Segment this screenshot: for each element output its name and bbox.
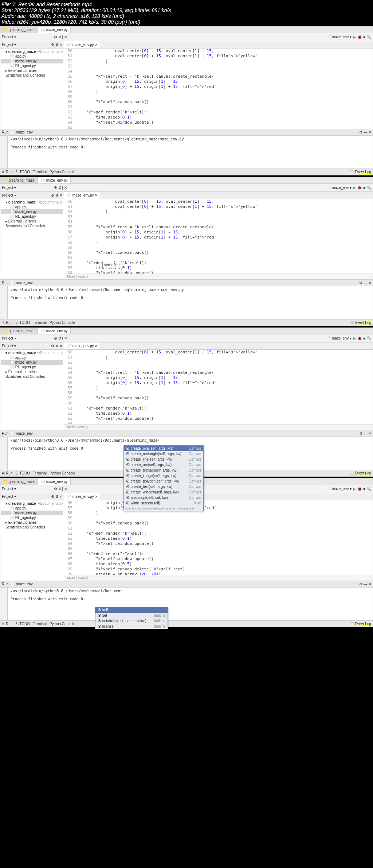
editor-pane[interactable]: 📄 maze_env.py ✕ 565758596061626364656667…: [64, 493, 373, 581]
tree-file[interactable]: 📄 RL_agent.py: [1, 515, 63, 520]
editor-tab[interactable]: 📄 maze_env.py ✕: [64, 192, 101, 199]
run-tool-header[interactable]: Run: 📄 maze_env ⚙ — ✕: [0, 581, 373, 588]
run-side-toolbar[interactable]: [0, 588, 8, 620]
console-output[interactable]: /usr/local/bin/python3.6 /Users/mmohamma…: [8, 588, 373, 620]
search-button[interactable]: 🔍: [367, 186, 371, 190]
autocomplete-item[interactable]: ⦿ self: [95, 607, 168, 613]
gutter[interactable]: 5051525354555657585960616263646566676869…: [64, 49, 75, 129]
autocomplete-item[interactable]: ⦿ create_arc(self, args, kw)Canvas: [124, 462, 203, 468]
stop-button[interactable]: ■: [363, 186, 365, 190]
editor-pane[interactable]: 📄 maze_env.py ✕ 505152535455565758596061…: [64, 41, 373, 129]
editor-tab[interactable]: 📄 maze_env.py ✕: [64, 493, 101, 500]
status-tab[interactable]: Python Console: [50, 170, 75, 174]
tree-file[interactable]: 📄 app.py: [1, 506, 63, 511]
project-tab[interactable]: 📁 qlearning_maze: [0, 27, 38, 33]
tree-scratches[interactable]: Scratches and Consoles: [1, 73, 63, 78]
autocomplete-item[interactable]: ⦿ licensebuiltins: [95, 624, 168, 629]
debug-button[interactable]: 🐞: [357, 336, 362, 340]
status-tab[interactable]: Terminal: [33, 321, 47, 325]
search-button[interactable]: 🔍: [367, 35, 371, 39]
autocomplete-item[interactable]: ⦿ setattr(object, name, value)builtins: [95, 618, 168, 624]
gutter[interactable]: 5657585960616263646566676869707172737475…: [64, 500, 75, 575]
tree-file-active[interactable]: 📄 maze_env.py: [1, 59, 63, 63]
tree-file[interactable]: 📄 RL_agent.py: [1, 63, 63, 68]
status-tab[interactable]: Python Console: [50, 622, 75, 626]
autocomplete-item[interactable]: ⦿ create_oval(self, args, kw)Canvas: [124, 446, 203, 451]
status-tab[interactable]: Python Console: [50, 321, 75, 325]
editor-pane[interactable]: 📄 maze_env.py ✕ 505152535455565758596061…: [64, 342, 373, 430]
run-side-toolbar[interactable]: [0, 286, 8, 319]
breadcrumb[interactable]: Maze ⟩ reset(): [64, 575, 373, 581]
code-editor[interactable]: oval_center[0] + 15, oval_center[1] + 15…: [75, 350, 373, 424]
autocomplete-item[interactable]: ⦿ winfo_screen(self)Misc: [124, 500, 203, 506]
gutter[interactable]: 5051525354555657585960616263646566676869…: [64, 350, 75, 424]
project-tool-window[interactable]: Project ▾ ⚙ ⇵ ✕ ▾ qlearning_maze ~/Docum…: [0, 342, 64, 430]
run-tool-header[interactable]: Run: 📄 maze_env ⚙ — ✕: [0, 280, 373, 286]
status-tab[interactable]: Terminal: [33, 622, 47, 626]
status-tab[interactable]: 4: Run: [2, 622, 12, 626]
status-tab[interactable]: Python Console: [50, 471, 75, 475]
run-button[interactable]: ▶: [353, 336, 356, 340]
tree-root[interactable]: ▾ qlearning_maze ~/Documents/qlearning_m…: [1, 350, 63, 355]
run-config-selector[interactable]: 📄 maze_env ▾: [326, 336, 352, 340]
autocomplete-item[interactable]: ⦿ postscript(self, cnf, kw)Canvas: [124, 495, 203, 500]
editor-file-tab[interactable]: 📄 maze_env.py: [38, 177, 71, 183]
tree-file[interactable]: 📄 app.py: [1, 54, 63, 59]
debug-button[interactable]: 🐞: [357, 186, 362, 190]
status-tab[interactable]: 6: TODO: [15, 622, 30, 626]
tree-scratches[interactable]: Scratches and Consoles: [1, 374, 63, 379]
stop-button[interactable]: ■: [363, 35, 365, 39]
project-tab[interactable]: 📁 qlearning_maze: [0, 478, 38, 485]
tree-file[interactable]: 📄 app.py: [1, 205, 63, 209]
project-tab[interactable]: 📁 qlearning_maze: [0, 328, 38, 334]
run-side-toolbar[interactable]: [0, 136, 8, 168]
tree-root[interactable]: ▾ qlearning_maze ~/Documents/qlearning_m…: [1, 49, 63, 54]
run-button[interactable]: ▶: [353, 186, 356, 190]
tree-file[interactable]: 📄 RL_agent.py: [1, 365, 63, 369]
debug-button[interactable]: 🐞: [357, 35, 362, 39]
project-tab[interactable]: 📁 qlearning_maze: [0, 177, 38, 183]
tree-root[interactable]: ▾ qlearning_maze ~/Documents/qlearning_m…: [1, 501, 63, 506]
status-tab[interactable]: 6: TODO: [15, 321, 30, 325]
status-tab[interactable]: 4: Run: [2, 321, 12, 325]
status-tab[interactable]: 4: Run: [2, 471, 12, 475]
editor-file-tab[interactable]: 📄 maze_env.py: [38, 328, 71, 334]
console-output[interactable]: /usr/local/bin/python3.6 /Users/mmohamma…: [8, 136, 373, 168]
status-tab[interactable]: 6: TODO: [15, 170, 30, 174]
status-tab[interactable]: 4: Run: [2, 170, 12, 174]
run-config-selector[interactable]: 📄 maze_env ▾: [326, 487, 352, 491]
code-editor[interactable]: oval_center[0] - 15, oval_center[1] - 15…: [75, 49, 373, 129]
tree-ext-libs[interactable]: ▸ External Libraries: [1, 68, 63, 73]
autocomplete-item[interactable]: ⦿ create_rectangle(self, args, kw)Canvas: [124, 451, 203, 457]
autocomplete-item[interactable]: ⦿ create_polygon(self, args, kw)Canvas: [124, 478, 203, 484]
breadcrumb[interactable]: Maze ⟩ reset(): [64, 424, 373, 430]
run-config-selector[interactable]: 📄 maze_env ▾: [326, 35, 352, 39]
search-button[interactable]: 🔍: [367, 487, 371, 491]
run-side-toolbar[interactable]: [0, 437, 8, 470]
tree-ext-libs[interactable]: ▸ External Libraries: [1, 369, 63, 374]
autocomplete-item[interactable]: ⦿ setbuiltins: [95, 613, 168, 618]
tree-file[interactable]: 📄 app.py: [1, 355, 63, 360]
project-tool-window[interactable]: Project ▾ ⚙ ⇵ ✕ ▾ qlearning_maze ~/Docum…: [0, 41, 64, 129]
autocomplete-item[interactable]: ⦿ create_image(self, args, kw)Canvas: [124, 473, 203, 478]
tree-file-active[interactable]: 📄 maze_env.py: [1, 360, 63, 365]
run-button[interactable]: ▶: [353, 487, 356, 491]
autocomplete-popup[interactable]: ⦿ self⦿ setbuiltins⦿ setattr(object, nam…: [95, 607, 168, 629]
run-config-selector[interactable]: 📄 maze_env ▾: [326, 186, 352, 190]
tree-ext-libs[interactable]: ▸ External Libraries: [1, 520, 63, 525]
run-button[interactable]: ▶: [353, 35, 356, 39]
editor-file-tab[interactable]: 📄 maze_env.py: [38, 478, 71, 485]
run-tool-header[interactable]: Run: 📄 maze_env ⚙ — ✕: [0, 430, 373, 437]
autocomplete-item[interactable]: ⦿ create_line(self, args, kw)Canvas: [124, 457, 203, 462]
code-editor[interactable]: origin[0] - 15, origin[1] - 15, origin[0…: [75, 500, 373, 575]
tree-file-active[interactable]: 📄 maze_env.py: [1, 511, 63, 515]
editor-tab[interactable]: 📄 maze_env.py ✕: [64, 41, 101, 48]
autocomplete-item[interactable]: ⦿ create_bitmap(self, args, kw)Canvas: [124, 468, 203, 473]
search-button[interactable]: 🔍: [367, 336, 371, 340]
autocomplete-popup[interactable]: ⦿ create_oval(self, args, kw)Canvas⦿ cre…: [123, 445, 204, 511]
breadcrumb[interactable]: Maze ⟩ reset(): [64, 274, 373, 279]
project-tool-window[interactable]: Project ▾ ⚙ ⇵ ✕ ▾ qlearning_maze ~/Docum…: [0, 192, 64, 279]
stop-button[interactable]: ■: [363, 336, 365, 340]
status-tab[interactable]: Terminal: [33, 170, 47, 174]
console-output[interactable]: /usr/local/bin/python3.6 /Users/mmohamma…: [8, 286, 373, 319]
